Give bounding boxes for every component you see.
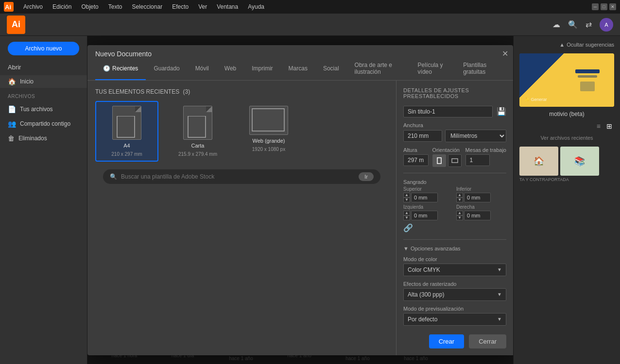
close-dialog-button[interactable]: Cerrar xyxy=(469,334,506,348)
tab-pelicula[interactable]: Película y vídeo xyxy=(410,58,456,80)
derecha-up[interactable]: ▲ xyxy=(456,211,463,215)
svg-rect-4 xyxy=(437,158,441,164)
create-button[interactable]: Crear xyxy=(429,334,465,348)
shared-icon: 👥 xyxy=(8,120,16,128)
minimize-button[interactable]: ─ xyxy=(592,3,599,10)
sidebar-item-inicio-label: Inicio xyxy=(20,78,34,85)
sidebar-item-compartido[interactable]: 👥 Compartido contigo xyxy=(0,117,87,130)
tab-obra-arte[interactable]: Obra de arte e ilustración xyxy=(347,58,410,80)
file-card-web[interactable]: Web (grande) 1920 x 1080 px xyxy=(237,101,300,162)
search-icon[interactable]: 🔍 xyxy=(568,20,578,29)
superior-down[interactable]: ▼ xyxy=(403,198,410,202)
superior-field: Superior ▲ ▼ xyxy=(403,186,453,202)
unit-select[interactable]: Milímetros Píxeles Puntos Picas Pulgadas… xyxy=(445,130,506,142)
menu-ver[interactable]: Ver xyxy=(194,2,211,11)
app-menu-icon[interactable]: Ai xyxy=(4,2,14,12)
window-controls: ─ □ ✕ xyxy=(592,3,616,10)
tab-movil[interactable]: Móvil xyxy=(188,58,217,80)
menu-seleccionar[interactable]: Seleccionar xyxy=(128,2,166,11)
tab-plantillas[interactable]: Plantillas gratuitas xyxy=(455,58,505,80)
preview-dropdown[interactable]: Por defecto ▼ xyxy=(403,313,506,326)
superior-up[interactable]: ▲ xyxy=(403,193,410,198)
close-button[interactable]: ✕ xyxy=(609,3,616,10)
menu-objeto[interactable]: Objeto xyxy=(77,2,102,11)
open-button[interactable]: Abrir xyxy=(0,61,87,73)
altura-label: Altura xyxy=(403,147,429,153)
search-input[interactable] xyxy=(121,173,355,180)
portrait-icon xyxy=(437,157,442,164)
dialog-body: TUS ELEMENTOS RECIENTES (3) xyxy=(87,81,513,355)
preview-arrow: ▼ xyxy=(497,316,502,322)
color-mode-label: Modo de color xyxy=(403,256,506,262)
svg-rect-1 xyxy=(117,116,135,137)
link-bleed-icon[interactable]: 🔗 xyxy=(403,223,453,232)
mesas-label: Mesas de trabajo xyxy=(465,147,506,153)
dialog-close-button[interactable]: ✕ xyxy=(502,49,508,58)
menu-edicion[interactable]: Edición xyxy=(49,2,75,11)
maximize-button[interactable]: □ xyxy=(601,3,607,10)
raster-section: Efectos de rasterizado Alta (300 ppp) ▼ xyxy=(403,281,506,301)
sidebar-item-eliminados[interactable]: 🗑 Eliminados xyxy=(0,132,87,145)
tab-social[interactable]: Social xyxy=(315,58,347,80)
list-view-button[interactable]: ≡ xyxy=(595,121,603,131)
suggestions-header[interactable]: ▲ Ocultar sugerencias xyxy=(519,42,614,48)
sidebar-item-tus-label: Tus archivos xyxy=(20,106,53,113)
izquierda-input[interactable] xyxy=(411,211,438,220)
doc-svg-a4 xyxy=(112,116,141,150)
izquierda-down[interactable]: ▼ xyxy=(403,215,410,220)
inferior-input[interactable] xyxy=(464,193,491,202)
tab-web[interactable]: Web xyxy=(217,58,244,80)
tab-guardado[interactable]: Guardado xyxy=(146,58,187,80)
doc-svg-carta xyxy=(183,116,212,150)
file-dims-carta: 215.9 x 279.4 mm xyxy=(178,151,217,157)
inferior-down[interactable]: ▼ xyxy=(456,198,463,202)
bleed-row-top: Superior ▲ ▼ xyxy=(403,186,506,202)
orientation-buttons xyxy=(432,154,462,167)
raster-dropdown[interactable]: Alta (300 ppp) ▼ xyxy=(403,288,506,301)
menu-efecto[interactable]: Efecto xyxy=(168,2,192,11)
cloud-icon[interactable]: ☁ xyxy=(552,20,560,29)
file-icon-web xyxy=(249,106,288,135)
inferior-up[interactable]: ▲ xyxy=(456,193,463,198)
new-file-button[interactable]: Archivo nuevo xyxy=(8,42,79,55)
sangrado-label: Sangrado xyxy=(403,179,506,185)
menu-ventana[interactable]: Ventana xyxy=(213,2,242,11)
user-avatar[interactable]: A xyxy=(600,18,613,32)
menu-texto[interactable]: Texto xyxy=(104,2,126,11)
file-card-a4[interactable]: A4 210 x 297 mm xyxy=(95,101,158,162)
superior-label: Superior xyxy=(403,186,453,192)
exchange-icon[interactable]: ⇄ xyxy=(586,20,592,29)
color-mode-dropdown[interactable]: Color CMYK ▼ xyxy=(403,264,506,276)
modal-overlay: Nuevo Documento ✕ 🕐 Recientes Guardado M… xyxy=(87,36,513,364)
derecha-input[interactable] xyxy=(464,211,491,220)
izquierda-up[interactable]: ▲ xyxy=(403,211,410,215)
file-card-carta[interactable]: Carta 215.9 x 279.4 mm xyxy=(166,101,229,162)
tab-marcas[interactable]: Marcas xyxy=(281,58,315,80)
altura-input[interactable] xyxy=(403,154,429,166)
derecha-down[interactable]: ▼ xyxy=(456,215,463,220)
tab-imprimir[interactable]: Imprimir xyxy=(244,58,280,80)
anchura-input[interactable] xyxy=(403,130,442,142)
superior-input[interactable] xyxy=(411,193,438,202)
advanced-toggle[interactable]: ▼ Opciones avanzadas xyxy=(403,246,506,251)
tab-recientes[interactable]: 🕐 Recientes xyxy=(95,58,146,80)
thumb-book: 📚 xyxy=(560,147,599,176)
landscape-button[interactable] xyxy=(448,154,462,167)
svg-text:Ai: Ai xyxy=(5,3,11,11)
menu-archivo[interactable]: Archivo xyxy=(19,2,47,11)
grid-view-button[interactable]: ⊞ xyxy=(604,121,614,131)
portrait-button[interactable] xyxy=(432,154,446,167)
sidebar-item-tus-archivos[interactable]: 📄 Tus archivos xyxy=(0,103,87,116)
doc-svg-web xyxy=(250,107,287,134)
go-button[interactable]: Ir xyxy=(359,172,374,181)
settings-title: DETALLES DE AJUSTES PREESTABLECIDOS xyxy=(403,87,506,99)
sidebar-item-inicio[interactable]: 🏠 Inicio xyxy=(0,75,87,88)
home-icon: 🏠 xyxy=(8,78,16,85)
inferior-stepper: ▲ ▼ xyxy=(456,193,463,202)
anchura-section: Anchura Milímetros Píxeles Puntos Picas … xyxy=(403,122,506,142)
doc-name-input[interactable] xyxy=(403,106,493,117)
menu-ayuda[interactable]: Ayuda xyxy=(244,2,268,11)
sidebar: Archivo nuevo Abrir 🏠 Inicio ARCHIVOS 📄 … xyxy=(0,36,87,364)
save-preset-icon[interactable]: 💾 xyxy=(497,107,506,116)
mesas-input[interactable] xyxy=(465,154,490,166)
